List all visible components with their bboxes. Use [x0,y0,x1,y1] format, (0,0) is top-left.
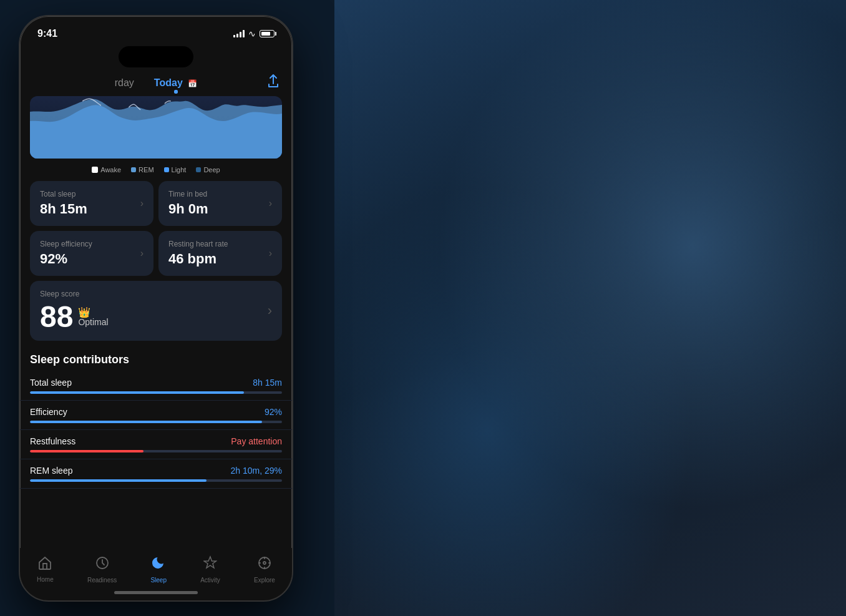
contributor-total-sleep-bar [30,391,282,394]
legend-light: Light [164,166,187,174]
metric-total-sleep[interactable]: Total sleep 8h 15m › [30,181,153,226]
legend-deep: Deep [196,166,220,174]
nav-item-sleep[interactable]: Sleep [143,553,174,586]
contributor-total-sleep-name: Total sleep [30,378,72,388]
contributor-efficiency: Efficiency 92% [20,401,292,430]
contributor-restfulness-bar [30,450,282,452]
sleep-legend: Awake REM Light Deep [20,161,292,178]
nav-item-readiness[interactable]: Readiness [80,553,124,586]
nav-item-home[interactable]: Home [29,554,61,585]
battery-fill [261,32,270,36]
contributor-rem-sleep-bar [30,479,282,482]
sleep-score-card[interactable]: Sleep score 88 👑 Optimal › [30,281,282,341]
legend-rem: REM [131,166,153,174]
legend-awake: Awake [92,166,121,174]
sleep-chart [30,96,282,159]
contributor-rem-sleep: REM sleep 2h 10m, 29% [20,459,292,489]
contributor-total-sleep-value: 8h 15m [253,378,282,388]
score-status: Optimal [78,318,108,326]
nav-item-explore[interactable]: Explore [246,553,283,586]
chevron-right-icon: › [269,198,272,209]
readiness-icon [95,555,110,574]
metric-time-in-bed[interactable]: Time in bed 9h 0m › [158,181,282,226]
contributor-efficiency-bar [30,421,282,423]
phone-frame: 9:41 ∿ rday Today [19,15,293,602]
nav-activity-label: Activity [200,577,220,584]
status-time: 9:41 [37,28,57,39]
total-sleep-label: Total sleep [40,190,87,198]
contributor-total-sleep: Total sleep 8h 15m [20,371,292,401]
contributor-restfulness-name: Restfulness [30,436,75,446]
sleep-efficiency-label: Sleep efficiency [40,240,92,248]
home-icon [37,556,52,574]
wifi-icon: ∿ [248,29,256,39]
resting-hr-value: 46 bpm [168,251,228,267]
metric-sleep-efficiency[interactable]: Sleep efficiency 92% › [30,231,153,276]
status-bar: 9:41 ∿ [20,16,292,44]
time-in-bed-value: 9h 0m [168,201,208,217]
explore-icon [257,555,272,574]
signal-icon [233,30,245,37]
scroll-content[interactable]: Awake REM Light Deep [20,94,292,552]
calendar-icon: 📅 [188,79,197,88]
background-photo [334,0,846,616]
metric-resting-hr[interactable]: Resting heart rate 46 bpm › [158,231,282,276]
phone-container: 9:41 ∿ rday Today [19,15,293,602]
status-icons: ∿ [233,29,275,39]
contributor-rem-sleep-name: REM sleep [30,466,72,476]
activity-icon [203,555,217,574]
dynamic-island [119,46,193,67]
nav-header: rday Today 📅 [20,70,292,94]
contributor-rem-sleep-value: 2h 10m, 29% [231,466,283,476]
nav-item-activity[interactable]: Activity [193,553,228,586]
contributor-restfulness: Restfulness Pay attention [20,430,292,459]
sleep-efficiency-value: 92% [40,251,92,267]
nav-explore-label: Explore [254,577,275,584]
total-sleep-value: 8h 15m [40,201,87,217]
metrics-grid: Total sleep 8h 15m › Time in bed 9h 0m › [20,181,292,276]
chevron-right-icon: › [140,248,143,259]
chevron-right-icon: › [269,248,272,259]
resting-hr-label: Resting heart rate [168,240,228,248]
contributor-efficiency-value: 92% [265,407,282,417]
nav-sleep-label: Sleep [150,577,167,584]
chevron-right-icon: › [140,198,143,209]
contributors-title: Sleep contributors [20,346,292,371]
time-in-bed-label: Time in bed [168,190,208,198]
contributor-restfulness-value: Pay attention [231,436,282,446]
contributor-efficiency-name: Efficiency [30,407,67,417]
nav-home-label: Home [37,576,54,583]
home-indicator [114,591,198,594]
bottom-nav: Home Readiness [20,548,292,600]
sleep-score-label: Sleep score [40,290,109,298]
sleep-score-value: 88 👑 Optimal [40,302,109,332]
tab-yesterday[interactable]: rday [105,75,144,91]
svg-point-1 [263,562,266,564]
crown-icon: 👑 [78,308,90,318]
nav-readiness-label: Readiness [87,577,117,584]
share-button[interactable] [267,74,280,91]
bottom-nav-items: Home Readiness [20,553,292,586]
sleep-icon [152,555,165,574]
chevron-right-icon: › [268,303,272,319]
tab-today[interactable]: Today 📅 [144,75,207,91]
battery-icon [260,30,275,37]
